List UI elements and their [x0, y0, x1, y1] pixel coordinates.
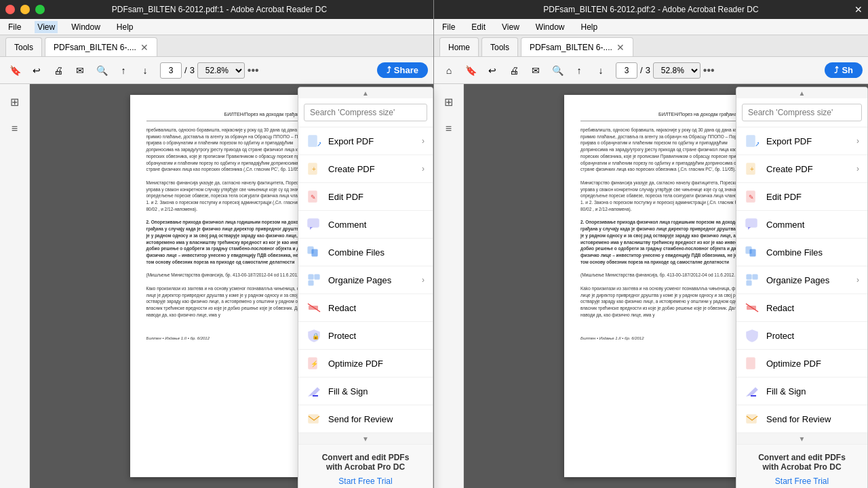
pdf-header-left: БИЛТЕН/Порез на доходак грађана 167 [146, 111, 317, 121]
search-button[interactable]: 🔍 [92, 61, 111, 80]
right-dropdown-protect[interactable]: Protect [736, 322, 867, 350]
right-email-button[interactable]: ✉ [526, 61, 545, 80]
left-dropdown-panel: ▲ ↗ Export PDF › + Create PDF › [298, 87, 433, 488]
right-zoom-btn[interactable]: 🔍 [548, 61, 567, 80]
right-dropdown-optimize[interactable]: Optimize PDF [736, 350, 867, 378]
svg-text:+: + [312, 165, 316, 173]
right-dropdown-scroll-up[interactable]: ▲ [736, 87, 867, 98]
protect-icon: 🔒 [307, 328, 321, 343]
menu-help[interactable]: Help [114, 21, 136, 33]
right-tab-pdf[interactable]: PDFsam_BILTEN 6-.... ✕ [521, 37, 633, 56]
tab-tools[interactable]: Tools [5, 37, 42, 56]
right-prev-view-button[interactable]: ↩ [483, 61, 502, 80]
print-button[interactable]: 🖨 [49, 61, 68, 80]
right-bookmark-button[interactable]: 🔖 [461, 61, 480, 80]
right-start-trial-link[interactable]: Start Free Trial [775, 476, 829, 486]
share-icon: ⤴ [387, 65, 391, 75]
next-page-button[interactable]: ↓ [136, 61, 155, 80]
prev-view-button[interactable]: ↩ [27, 61, 46, 80]
dropdown-scroll-up[interactable]: ▲ [298, 87, 433, 98]
dropdown-item-edit-pdf[interactable]: ✎ Edit PDF [298, 183, 433, 211]
menu-window[interactable]: Window [68, 21, 103, 33]
svg-text:↗: ↗ [317, 140, 321, 148]
dropdown-item-combine[interactable]: Combine Files [298, 239, 433, 266]
comment-label: Comment [328, 220, 366, 230]
right-fill-label: Fill & Sign [766, 386, 806, 396]
right-zoom-select[interactable]: 52.8% [653, 62, 701, 79]
right-dropdown-combine[interactable]: Combine Files [736, 239, 867, 266]
right-dropdown-export-pdf[interactable]: ↗ Export PDF › [736, 127, 867, 155]
close-button[interactable] [5, 5, 15, 14]
right-tab-close-icon[interactable]: ✕ [616, 42, 625, 53]
tab-close-icon[interactable]: ✕ [140, 42, 149, 53]
edit-pdf-label: Edit PDF [328, 192, 363, 202]
right-menu-edit[interactable]: Edit [469, 21, 488, 33]
layers-button[interactable]: ≡ [3, 117, 27, 141]
right-dropdown-panel: ▲ ↗ Export PDF › + Create PDF › [736, 87, 868, 488]
right-page-input[interactable] [616, 62, 637, 79]
right-dropdown-create-pdf[interactable]: + Create PDF › [736, 155, 867, 183]
export-pdf-icon: ↗ [307, 134, 321, 148]
right-home-button[interactable]: ⌂ [439, 61, 458, 80]
minimize-button[interactable] [20, 5, 30, 14]
menu-file[interactable]: File [5, 21, 24, 33]
share-button[interactable]: ⤴ Share [377, 62, 428, 78]
right-thumbnails-button[interactable]: ⊞ [437, 89, 461, 114]
bookmark-button[interactable]: 🔖 [5, 61, 24, 80]
prev-page-button[interactable]: ↑ [114, 61, 133, 80]
right-layers-button[interactable]: ≡ [437, 117, 461, 141]
dropdown-item-redact[interactable]: Redact [298, 294, 433, 322]
right-close-button[interactable]: ✕ [854, 4, 863, 15]
dropdown-search-input[interactable] [304, 104, 427, 121]
right-dropdown-fill[interactable]: Fill & Sign [736, 378, 867, 405]
svg-rect-31 [753, 274, 757, 279]
dropdown-item-send[interactable]: Send for Review [298, 405, 433, 433]
menu-view[interactable]: View [35, 21, 58, 33]
right-dropdown-search-input[interactable] [742, 104, 862, 121]
svg-rect-11 [315, 274, 319, 279]
right-dropdown-scroll-down[interactable]: ▼ [736, 433, 867, 444]
window-controls [5, 5, 45, 14]
dropdown-scroll-down[interactable]: ▼ [298, 433, 433, 444]
right-share-button[interactable]: ⤴ Sh [825, 62, 863, 78]
thumbnails-button[interactable]: ⊞ [3, 89, 27, 114]
right-tab-tools[interactable]: Tools [481, 37, 518, 56]
right-optimize-icon [745, 356, 760, 371]
right-print-button[interactable]: 🖨 [505, 61, 524, 80]
right-more-tools-button[interactable]: ••• [703, 64, 715, 77]
footer-text: Convert and edit PDFswith Acrobat Pro DC [307, 453, 425, 472]
right-menu-file[interactable]: File [439, 21, 458, 33]
dropdown-item-organize[interactable]: Organize Pages › [298, 266, 433, 294]
right-next-page-button[interactable]: ↓ [591, 61, 610, 80]
dropdown-item-create-pdf[interactable]: + Create PDF › [298, 155, 433, 183]
page-input[interactable] [160, 62, 182, 79]
start-trial-link[interactable]: Start Free Trial [338, 476, 392, 486]
right-dropdown-send[interactable]: Send for Review [736, 405, 867, 433]
more-tools-button[interactable]: ••• [248, 64, 259, 77]
right-menu-help[interactable]: Help [578, 21, 601, 33]
right-menu-view[interactable]: View [499, 21, 522, 33]
dropdown-item-export-pdf[interactable]: ↗ Export PDF › [298, 127, 433, 155]
tab-pdf[interactable]: PDFsam_BILTEN 6-.... ✕ [45, 37, 157, 56]
right-prev-page-button[interactable]: ↑ [570, 61, 589, 80]
right-dropdown-organize[interactable]: Organize Pages › [736, 266, 867, 294]
dropdown-item-comment[interactable]: Comment [298, 211, 433, 239]
right-dropdown-comment[interactable]: Comment [736, 211, 867, 239]
right-edit-pdf-icon: ✎ [745, 189, 760, 204]
left-sidebar: ⊞ ≡ [0, 84, 30, 488]
dropdown-item-fill[interactable]: Fill & Sign [298, 378, 433, 405]
right-dropdown-edit-pdf[interactable]: ✎ Edit PDF [736, 183, 867, 211]
right-tab-home[interactable]: Home [439, 37, 479, 56]
right-footer-text: Convert and edit PDFswith Acrobat Pro DC [745, 453, 859, 472]
maximize-button[interactable] [35, 5, 45, 14]
pdf-body-right: пребивалишта, односно боравишта, најкасн… [580, 127, 751, 342]
organize-arrow: › [422, 275, 425, 285]
email-button[interactable]: ✉ [71, 61, 90, 80]
dropdown-item-optimize[interactable]: ⚡ Optimize PDF [298, 350, 433, 378]
zoom-select[interactable]: 52.8% [197, 62, 245, 79]
export-pdf-label: Export PDF [328, 136, 374, 146]
svg-text:+: + [750, 165, 754, 173]
right-menu-window[interactable]: Window [533, 21, 568, 33]
dropdown-item-protect[interactable]: 🔒 Protect [298, 322, 433, 350]
right-dropdown-redact[interactable]: Redact [736, 294, 867, 322]
